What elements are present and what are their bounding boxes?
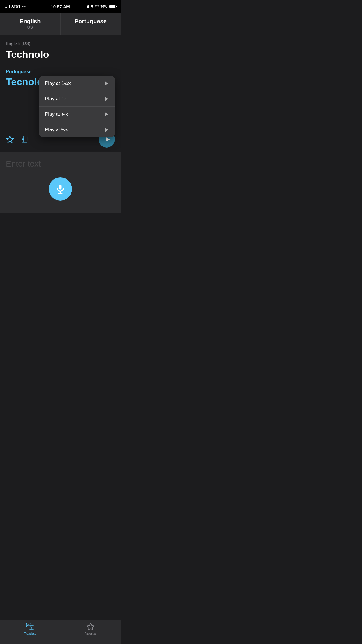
battery-percent: 96% — [100, 4, 107, 8]
signal-icon — [5, 5, 10, 8]
svg-marker-8 — [106, 137, 110, 142]
alarm-icon — [95, 5, 99, 8]
mic-button-container — [6, 169, 115, 206]
svg-marker-2 — [105, 81, 108, 85]
wifi-icon — [22, 5, 27, 8]
language-selector: English US Portuguese — [0, 13, 121, 35]
speed-option-4-label: Play at ½x — [45, 127, 68, 133]
svg-marker-3 — [105, 97, 108, 101]
svg-marker-6 — [6, 136, 13, 142]
speed-option-3[interactable]: Play at ¾x — [39, 107, 115, 122]
carrier-label: AT&T — [11, 4, 20, 8]
speed-option-4[interactable]: Play at ½x — [39, 122, 115, 137]
source-language-label: English — [3, 18, 57, 25]
target-language-button[interactable]: Portuguese — [61, 13, 121, 35]
play-icon-2 — [104, 96, 109, 102]
microphone-icon — [55, 184, 66, 194]
lock-icon — [86, 5, 89, 8]
speed-option-3-label: Play at ¾x — [45, 111, 68, 117]
target-language-label: Portuguese — [64, 18, 118, 25]
favorite-icon[interactable] — [6, 135, 14, 144]
speed-option-1-label: Play at 1¼x — [45, 80, 71, 86]
svg-marker-4 — [105, 112, 108, 116]
source-language-sublabel: US — [3, 25, 57, 29]
play-icon-4 — [104, 127, 109, 132]
svg-rect-9 — [59, 185, 62, 190]
action-icons-left — [6, 135, 29, 144]
input-area[interactable]: Enter text — [0, 152, 121, 214]
target-lang-label: Portuguese — [6, 69, 115, 74]
speed-option-2[interactable]: Play at 1x — [39, 91, 115, 107]
translation-display-area: English (US) Technolo Portuguese Tecnolo… — [0, 35, 121, 128]
play-icon-3 — [104, 112, 109, 117]
source-lang-label: English (US) — [6, 41, 115, 46]
svg-rect-0 — [87, 6, 89, 8]
speed-option-2-label: Play at 1x — [45, 96, 67, 102]
time-display: 10:57 AM — [51, 4, 70, 9]
status-left: AT&T — [5, 4, 27, 8]
status-bar: AT&T 10:57 AM 96% — [0, 0, 121, 13]
status-right: 96% — [86, 4, 116, 8]
source-text: Technolo — [6, 49, 115, 60]
dictionary-icon[interactable] — [21, 135, 29, 144]
translation-divider — [6, 66, 115, 66]
source-language-button[interactable]: English US — [0, 13, 61, 35]
speed-option-1[interactable]: Play at 1¼x — [39, 76, 115, 91]
play-icon-1 — [104, 81, 109, 86]
playback-speed-popup: Play at 1¼x Play at 1x Play at ¾x Play a… — [39, 76, 115, 137]
microphone-button[interactable] — [49, 177, 72, 201]
battery-icon — [109, 5, 116, 8]
svg-rect-7 — [22, 136, 27, 142]
content-wrapper: English (US) Technolo Portuguese Tecnolo… — [0, 35, 121, 214]
location-icon — [91, 5, 94, 8]
input-placeholder: Enter text — [6, 159, 115, 169]
svg-marker-5 — [105, 128, 108, 132]
